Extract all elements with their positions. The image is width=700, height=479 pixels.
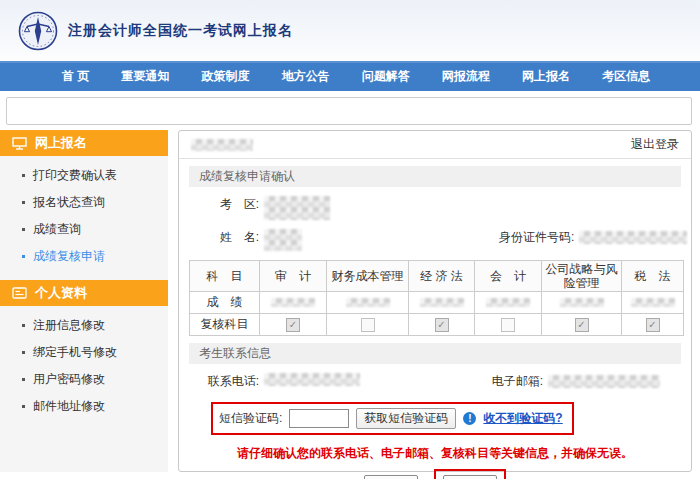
- sidebar-section-title: 网上报名: [35, 134, 87, 152]
- site-header: 注册会计师全国统一考试网上报名: [0, 0, 700, 61]
- sms-code-label: 短信验证码:: [219, 410, 282, 427]
- email-label: 电子邮箱:: [468, 373, 543, 390]
- review-checkbox-audit[interactable]: ✓: [286, 318, 300, 332]
- score-cell: [542, 292, 622, 314]
- table-header-subject: 科 目: [190, 261, 260, 292]
- section-title-contact-info: 考生联系信息: [189, 343, 681, 364]
- nav-item-registration-process[interactable]: 网报流程: [442, 68, 490, 85]
- notice-box: [6, 97, 692, 125]
- sidebar-item-bind-phone-edit[interactable]: 绑定手机号修改: [0, 339, 168, 366]
- sidebar-item-registration-status-query[interactable]: 报名状态查询: [0, 189, 168, 216]
- review-cell: ✓: [409, 314, 475, 336]
- review-row-label: 复核科目: [190, 314, 260, 336]
- nav-item-local-announcements[interactable]: 地方公告: [282, 68, 330, 85]
- sidebar-item-register-info-edit[interactable]: 注册信息修改: [0, 312, 168, 339]
- sidebar-item-score-query[interactable]: 成绩查询: [0, 216, 168, 243]
- sidebar-list-personal: 注册信息修改 绑定手机号修改 用户密码修改 邮件地址修改: [0, 312, 168, 420]
- contact-row: 联系电话: 电子邮箱:: [179, 373, 691, 390]
- sidebar-item-password-edit[interactable]: 用户密码修改: [0, 366, 168, 393]
- logout-link[interactable]: 退出登录: [631, 136, 679, 153]
- email-group: 电子邮箱:: [468, 373, 660, 390]
- id-card-icon: [12, 287, 27, 299]
- table-header-accounting: 会 计: [475, 261, 542, 292]
- review-checkbox-financial-cost-mgmt[interactable]: [361, 318, 375, 332]
- sidebar-section-title: 个人资料: [35, 284, 87, 302]
- redacted-score: [346, 298, 390, 307]
- redacted-id-number: [579, 231, 687, 244]
- nav-item-home[interactable]: 首 页: [62, 68, 89, 85]
- review-cell: ✓: [542, 314, 622, 336]
- redacted-score: [631, 298, 675, 307]
- score-cell: [409, 292, 475, 314]
- review-cell: [327, 314, 409, 336]
- redacted-phone: [264, 373, 360, 386]
- score-cell: [260, 292, 327, 314]
- name-label: 姓 名:: [179, 229, 259, 246]
- redacted-score: [420, 298, 464, 307]
- confirmation-warning: 请仔细确认您的联系电话、电子邮箱、复核科目等关键信息，并确保无误。: [179, 445, 691, 462]
- cpa-seal-logo: [18, 11, 58, 51]
- sidebar-section-personal-info: 个人资料: [0, 280, 168, 306]
- sidebar-item-score-review-application[interactable]: 成绩复核申请: [0, 243, 168, 270]
- monitor-icon: [12, 137, 27, 150]
- sms-verification-box: 短信验证码: 获取短信验证码 ! 收不到验证码?: [211, 402, 574, 435]
- step-buttons-row: 上一步 下一步: [179, 469, 691, 479]
- redacted-name: [264, 229, 302, 251]
- redacted-exam-area: [264, 196, 330, 220]
- nav-item-exam-area-info[interactable]: 考区信息: [602, 68, 650, 85]
- table-header-row: 科 目 审 计 财务成本管理 经 济 法 会 计 公司战略与风险管理 税 法: [190, 261, 684, 292]
- site-title: 注册会计师全国统一考试网上报名: [68, 22, 293, 40]
- id-number-label: 身份证件号码:: [499, 229, 574, 246]
- table-header-tax-law: 税 法: [622, 261, 684, 292]
- main-nav: 首 页 重要通知 政策制度 地方公告 问题解答 网报流程 网上报名 考区信息: [0, 61, 700, 91]
- no-code-link[interactable]: 收不到验证码?: [483, 410, 562, 427]
- review-subject-row: 复核科目 ✓ ✓ ✓ ✓: [190, 314, 684, 336]
- redacted-username: [191, 139, 253, 151]
- phone-label: 联系电话:: [179, 373, 259, 390]
- sidebar-list-registration: 打印交费确认表 报名状态查询 成绩查询 成绩复核申请: [0, 162, 168, 270]
- previous-step-button[interactable]: 上一步: [364, 475, 418, 479]
- nav-item-online-registration[interactable]: 网上报名: [522, 68, 570, 85]
- score-review-table: 科 目 审 计 财务成本管理 经 济 法 会 计 公司战略与风险管理 税 法 成…: [189, 260, 684, 336]
- score-cell: [475, 292, 542, 314]
- review-checkbox-tax-law[interactable]: ✓: [646, 318, 660, 332]
- redacted-score: [560, 298, 604, 307]
- review-checkbox-accounting[interactable]: [501, 318, 515, 332]
- info-icon: !: [463, 412, 476, 425]
- content-panel: 退出登录 成绩复核申请确认 考 区: 姓 名: 身份证件号码: 科 目 审 计 …: [178, 130, 692, 472]
- next-step-button[interactable]: 下一步: [443, 475, 497, 479]
- redacted-email: [548, 375, 660, 388]
- nav-item-faq[interactable]: 问题解答: [362, 68, 410, 85]
- section-title-review-confirmation: 成绩复核申请确认: [189, 166, 681, 187]
- id-number-group: 身份证件号码:: [499, 229, 687, 246]
- sms-code-input[interactable]: [289, 409, 349, 428]
- get-sms-code-button[interactable]: 获取短信验证码: [356, 408, 456, 429]
- sidebar-section-online-registration: 网上报名: [0, 130, 168, 156]
- redacted-score: [271, 298, 315, 307]
- review-cell: ✓: [622, 314, 684, 336]
- score-cell: [327, 292, 409, 314]
- sidebar-item-email-edit[interactable]: 邮件地址修改: [0, 393, 168, 420]
- review-checkbox-strategy-risk[interactable]: ✓: [575, 318, 589, 332]
- redacted-score: [486, 298, 530, 307]
- sidebar-item-print-payment-confirmation[interactable]: 打印交费确认表: [0, 162, 168, 189]
- review-cell: ✓: [260, 314, 327, 336]
- name-id-row: 姓 名: 身份证件号码:: [179, 229, 691, 251]
- sidebar: 网上报名 打印交费确认表 报名状态查询 成绩查询 成绩复核申请 个人资料 注册信…: [0, 130, 168, 472]
- score-row: 成 绩: [190, 292, 684, 314]
- user-row: 退出登录: [179, 131, 691, 159]
- review-cell: [475, 314, 542, 336]
- score-cell: [622, 292, 684, 314]
- table-header-audit: 审 计: [260, 261, 327, 292]
- page: 注册会计师全国统一考试网上报名 首 页 重要通知 政策制度 地方公告 问题解答 …: [0, 0, 700, 479]
- nav-item-important-notices[interactable]: 重要通知: [121, 68, 169, 85]
- table-header-strategy-risk: 公司战略与风险管理: [542, 261, 622, 292]
- nav-item-policies[interactable]: 政策制度: [202, 68, 250, 85]
- exam-area-label: 考 区:: [179, 196, 259, 213]
- score-row-label: 成 绩: [190, 292, 260, 314]
- exam-area-row: 考 区:: [179, 196, 691, 220]
- next-step-highlight-box: 下一步: [434, 469, 506, 479]
- review-checkbox-economic-law[interactable]: ✓: [435, 318, 449, 332]
- table-header-financial-cost-mgmt: 财务成本管理: [327, 261, 409, 292]
- table-header-economic-law: 经 济 法: [409, 261, 475, 292]
